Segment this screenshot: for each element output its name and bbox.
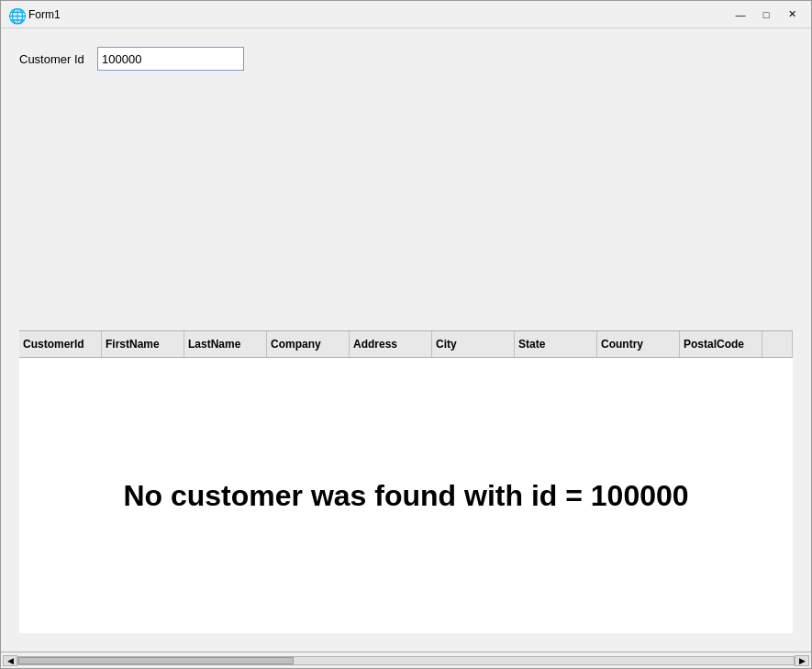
title-bar-controls: — □ ✕ (729, 6, 804, 24)
scroll-thumb[interactable] (18, 657, 294, 664)
col-header-extra (762, 331, 793, 357)
spacer (19, 89, 793, 330)
window-title: Form1 (28, 8, 61, 21)
main-window: 🌐 Form1 — □ ✕ Customer Id CustomerId Fir… (0, 0, 812, 669)
table-body: No customer was found with id = 100000 (19, 358, 793, 633)
col-header-state: State (515, 331, 597, 357)
maximize-button[interactable]: □ (754, 6, 778, 24)
col-header-address: Address (350, 331, 432, 357)
content-area: Customer Id CustomerId FirstName LastNam… (1, 28, 811, 652)
col-header-lastname: LastName (184, 331, 267, 357)
window-icon: 🌐 (8, 7, 23, 22)
scroll-track[interactable] (17, 656, 795, 665)
title-bar-left: 🌐 Form1 (8, 7, 61, 22)
col-header-city: City (432, 331, 515, 357)
scroll-right-arrow[interactable]: ▶ (795, 655, 809, 666)
no-data-message: No customer was found with id = 100000 (86, 442, 725, 550)
col-header-company: Company (267, 331, 350, 357)
col-header-country: Country (597, 331, 680, 357)
customer-id-label: Customer Id (19, 52, 88, 66)
table-section: CustomerId FirstName LastName Company Ad… (19, 330, 793, 633)
form-row: Customer Id (19, 47, 793, 71)
close-button[interactable]: ✕ (780, 6, 804, 24)
table-header: CustomerId FirstName LastName Company Ad… (19, 330, 793, 358)
customer-id-input[interactable] (97, 47, 244, 71)
scroll-left-arrow[interactable]: ◀ (3, 655, 17, 666)
minimize-button[interactable]: — (729, 6, 752, 24)
col-header-firstname: FirstName (102, 331, 184, 357)
col-header-customerid: CustomerId (19, 331, 102, 357)
col-header-postalcode: PostalCode (680, 331, 762, 357)
title-bar: 🌐 Form1 — □ ✕ (1, 1, 811, 28)
horizontal-scrollbar[interactable]: ◀ ▶ (1, 652, 811, 668)
